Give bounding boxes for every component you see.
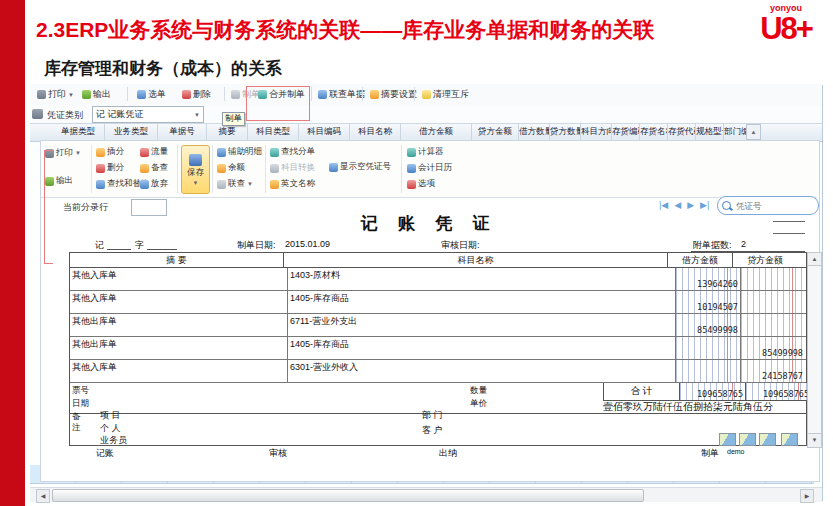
col-header[interactable]: 存货编码	[612, 123, 640, 140]
col-header[interactable]: 规格型号	[696, 123, 724, 140]
toolbar-separator	[127, 87, 128, 101]
summary-settings-button[interactable]: 摘要设置	[370, 88, 417, 101]
linked-view-button[interactable]: 联查▼	[217, 178, 253, 190]
col-header[interactable]: 存货名称	[640, 123, 668, 140]
col-header[interactable]: 贷方数量	[550, 123, 581, 140]
qty-label: 数量	[354, 384, 603, 397]
scroll-right-icon[interactable]: ▶	[800, 489, 814, 503]
print-button[interactable]: 打印▼	[37, 88, 74, 101]
show-empty-voucher-button[interactable]: 显示空凭证号	[329, 161, 391, 173]
next-record-button[interactable]: ▶	[687, 200, 694, 210]
slide-canvas: 2.3ERP业务系统与财务系统的关联——库存业务单据和财务的关联 yonyou …	[0, 0, 833, 506]
delete-label: 删除	[193, 88, 211, 101]
voucher-number-search-input[interactable]	[734, 200, 802, 212]
first-record-button[interactable]: |◀	[659, 200, 668, 210]
voucher-entry-row[interactable]: 其他出库单 1405-库存商品 85499998	[70, 337, 806, 360]
voucher-entry-row[interactable]: 其他入库单 1403-原材料 13964260	[70, 268, 806, 291]
col-header[interactable]: 科目方向	[581, 123, 612, 140]
ribbon-separator	[177, 145, 178, 193]
department-label: 部 门	[422, 409, 443, 422]
search-icon	[722, 201, 731, 210]
delete-entry-icon	[96, 164, 105, 173]
export-button[interactable]: 输出	[82, 88, 111, 101]
ribbon-separator	[212, 145, 213, 193]
image-tool-icon[interactable]	[719, 433, 736, 446]
calendar-button[interactable]: 会计日历	[407, 162, 452, 174]
reference-button[interactable]: 备查	[140, 162, 168, 174]
total-credit-cell: 109658765	[746, 383, 811, 400]
horizontal-scrollbar[interactable]: ◀ ▶	[30, 487, 822, 502]
entry-debit-cell: 85499998	[676, 314, 741, 336]
audit-date-label: 审核日期:	[441, 239, 480, 252]
reference-label: 备查	[151, 162, 168, 174]
image-tool-icon[interactable]	[739, 433, 756, 446]
select-doc-button[interactable]: 选单	[137, 88, 166, 101]
entry-credit-cell: 85499998	[741, 337, 805, 359]
voucher-type-dropdown[interactable]: 记 记账凭证 ▼	[92, 106, 204, 123]
col-header[interactable]: 单据类型	[52, 123, 105, 140]
col-header[interactable]: 业务类型	[105, 123, 158, 140]
salesman-label: 业务员	[100, 434, 127, 447]
prev-record-button[interactable]: ◀	[674, 200, 681, 210]
voucher-nav: |◀ ◀ ▶ ▶|	[659, 200, 709, 210]
delete-entry-label: 删分	[107, 162, 124, 174]
customer-label: 客 户	[422, 424, 443, 437]
show-empty-voucher-icon	[329, 163, 338, 172]
insert-entry-label: 插分	[107, 146, 124, 158]
toolbar-separator	[311, 87, 312, 101]
voucher-entry-row[interactable]: 其他入库单 6301-营业外收入 24158767	[70, 360, 806, 383]
col-header[interactable]: 借方金额	[401, 123, 472, 140]
english-name-button[interactable]: 英文名称	[270, 178, 315, 190]
clean-mutex-icon	[422, 90, 431, 99]
image-tool-icon[interactable]	[759, 433, 776, 446]
total-label: 合 计	[604, 383, 680, 400]
voucher-entry-row[interactable]: 其他出库单 6711-营业外支出 85499998	[70, 314, 806, 337]
linked-query-icon	[318, 90, 327, 99]
entry-debit-cell	[676, 337, 741, 359]
scroll-up-icon[interactable]: ▲	[746, 124, 761, 140]
entry-account: 6711-营业外支出	[288, 314, 676, 336]
voucher-vertical-scrollbar[interactable]	[807, 265, 822, 435]
calculator-icon	[407, 148, 416, 157]
summary-settings-icon	[370, 90, 379, 99]
col-header[interactable]: 单据号	[158, 123, 207, 140]
cashier-label: 出纳	[439, 447, 457, 460]
voucher-type-label: 凭证类别	[47, 109, 83, 122]
calendar-icon	[407, 164, 416, 173]
col-header[interactable]: 科目名称	[350, 123, 401, 140]
scroll-left-icon[interactable]: ◀	[36, 489, 50, 503]
col-header[interactable]: 科目类型	[248, 123, 299, 140]
balance-button[interactable]: 余额	[217, 162, 245, 174]
entry-account: 1403-原材料	[288, 268, 676, 290]
linked-query-button[interactable]: 联查单据	[318, 88, 365, 101]
summary-col-header: 摘 要	[70, 253, 284, 267]
scroll-down-icon[interactable]: ▼	[807, 433, 822, 448]
collapse-icon[interactable]	[781, 433, 798, 446]
col-header[interactable]: 借方数量	[519, 123, 550, 140]
last-record-button[interactable]: ▶|	[700, 200, 709, 210]
col-header[interactable]: 贷方金额	[472, 123, 519, 140]
insert-entry-button[interactable]: 插分	[96, 146, 124, 158]
calculator-label: 计算器	[418, 146, 444, 158]
col-header[interactable]: 存货代码	[668, 123, 696, 140]
clean-mutex-button[interactable]: 清理互斥	[422, 88, 469, 101]
delete-entry-button[interactable]: 删分	[96, 162, 124, 174]
entry-account: 6301-营业外收入	[288, 360, 676, 382]
calculator-button[interactable]: 计算器	[407, 146, 444, 158]
aux-detail-label: 辅助明细	[228, 146, 262, 158]
col-header[interactable]: 科目编码	[299, 123, 350, 140]
make-voucher-tooltip: 制单	[222, 112, 245, 126]
scrollbar-thumb[interactable]	[52, 489, 644, 502]
save-button[interactable]: 保存▼	[181, 145, 210, 194]
chevron-down-icon: ▼	[193, 180, 199, 186]
options-button[interactable]: 选项	[407, 178, 435, 190]
ticket-label: 票号	[72, 384, 352, 397]
total-debit-cell: 109658765	[680, 383, 746, 400]
find-split-doc-button[interactable]: 查找分单	[270, 146, 315, 158]
abandon-button[interactable]: 放弃	[140, 178, 168, 190]
ribbon-separator	[265, 145, 266, 193]
cash-flow-button[interactable]: 流量	[140, 146, 168, 158]
aux-detail-button[interactable]: 辅助明细	[217, 146, 262, 158]
delete-button[interactable]: 删除	[182, 88, 211, 101]
voucher-entry-row[interactable]: 其他入库单 1405-库存商品 10194507	[70, 291, 806, 314]
